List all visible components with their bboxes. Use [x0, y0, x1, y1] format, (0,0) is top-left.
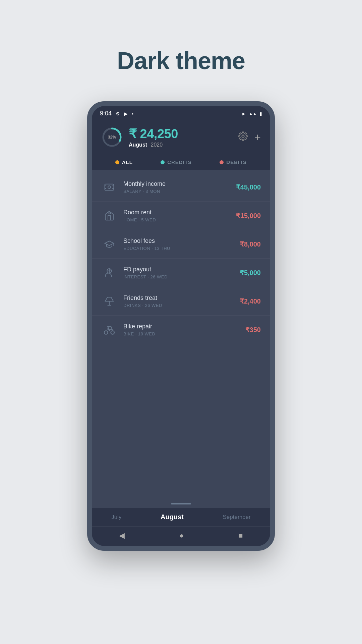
txn-name: School fees: [123, 237, 240, 245]
txn-name: Monthly income: [123, 180, 236, 187]
wifi-icon: ►: [241, 111, 246, 116]
circular-progress: 32%: [101, 126, 123, 148]
tab-debits-dot: [220, 160, 224, 164]
scroll-bar: [171, 503, 191, 504]
tab-all-label: ALL: [122, 159, 133, 165]
svg-point-4: [108, 186, 111, 189]
page-title: Dark theme: [117, 47, 245, 74]
tab-credits-label: CREDITS: [167, 159, 192, 165]
txn-meta: BIKE · 19 WED: [123, 331, 245, 336]
txn-amount: ₹15,000: [236, 212, 261, 220]
month-current[interactable]: August: [161, 513, 184, 521]
txn-name: Room rent: [123, 209, 236, 216]
tab-all[interactable]: ALL: [115, 159, 133, 165]
drinks-icon: [101, 293, 117, 309]
month-prev[interactable]: July: [111, 514, 121, 521]
battery-icon: ▪: [132, 111, 133, 116]
phone-screen: 9:04 ⚙ ▶ ▪ ► ▲▲ ▮: [92, 106, 270, 546]
app-header: 32% ₹ 24,250 August 2020: [92, 120, 270, 170]
balance-date: August 2020: [129, 142, 178, 148]
play-icon: ▶: [124, 111, 128, 116]
txn-amount: ₹8,000: [240, 240, 261, 248]
txn-amount: ₹5,000: [240, 269, 261, 277]
tab-credits[interactable]: CREDITS: [161, 159, 192, 165]
balance-month: August: [129, 142, 147, 148]
txn-meta: HOME · 5 WED: [123, 217, 236, 222]
gear-icon: ⚙: [116, 111, 120, 116]
home-icon: [101, 208, 117, 224]
table-row[interactable]: School fees EDUCATION · 13 THU ₹8,000: [92, 230, 270, 259]
settings-button[interactable]: [238, 131, 248, 143]
nav-buttons: ◀ ● ■: [92, 526, 270, 546]
add-button[interactable]: +: [254, 131, 261, 144]
phone-mockup: 9:04 ⚙ ▶ ▪ ► ▲▲ ▮: [87, 101, 275, 551]
txn-name: FD payout: [123, 266, 240, 273]
txn-name: Friends treat: [123, 294, 240, 302]
svg-point-16: [111, 331, 115, 334]
txn-amount: ₹350: [245, 326, 261, 334]
interest-icon: [101, 265, 117, 281]
table-row[interactable]: Room rent HOME · 5 WED ₹15,000: [92, 202, 270, 230]
txn-meta: SALARY · 3 MON: [123, 189, 236, 194]
progress-label: 32%: [108, 135, 116, 140]
education-icon: [101, 236, 117, 252]
svg-point-15: [104, 331, 108, 334]
battery-full-icon: ▮: [259, 111, 262, 116]
table-row[interactable]: Bike repair BIKE · 19 WED ₹350: [92, 316, 270, 344]
tab-all-dot: [115, 160, 119, 164]
transactions-list: Monthly income SALARY · 3 MON ₹45,000: [92, 170, 270, 500]
txn-name: Bike repair: [123, 323, 245, 330]
table-row[interactable]: FD payout INTEREST · 26 WED ₹5,000: [92, 259, 270, 287]
home-button[interactable]: ●: [179, 531, 184, 540]
balance-amount: ₹ 24,250: [129, 126, 178, 141]
table-row[interactable]: Monthly income SALARY · 3 MON ₹45,000: [92, 173, 270, 202]
bike-icon: [101, 322, 117, 338]
money-icon: [101, 179, 117, 195]
bottom-nav: July August September ◀ ● ■: [92, 508, 270, 546]
svg-point-2: [242, 135, 244, 137]
svg-rect-3: [105, 184, 114, 191]
recent-button[interactable]: ■: [238, 531, 243, 540]
txn-amount: ₹45,000: [236, 183, 261, 191]
status-bar: 9:04 ⚙ ▶ ▪ ► ▲▲ ▮: [92, 106, 270, 120]
tab-credits-dot: [161, 160, 165, 164]
txn-meta: DRINKS · 26 WED: [123, 303, 240, 308]
txn-meta: INTEREST · 26 WED: [123, 274, 240, 279]
month-next[interactable]: September: [223, 514, 251, 521]
back-button[interactable]: ◀: [119, 531, 125, 540]
txn-amount: ₹2,400: [240, 297, 261, 305]
tab-debits-label: DEBITS: [226, 159, 247, 165]
table-row[interactable]: Friends treat DRINKS · 26 WED ₹2,400: [92, 287, 270, 316]
balance-year: 2020: [151, 142, 163, 148]
tab-debits[interactable]: DEBITS: [220, 159, 247, 165]
month-nav: July August September: [92, 508, 270, 526]
signal-icon: ▲▲: [249, 111, 257, 116]
svg-rect-9: [109, 212, 111, 214]
status-time: 9:04: [100, 110, 112, 117]
txn-meta: EDUCATION · 13 THU: [123, 246, 240, 251]
scroll-indicator: [92, 500, 270, 508]
tabs-row: ALL CREDITS DEBITS: [101, 153, 261, 170]
